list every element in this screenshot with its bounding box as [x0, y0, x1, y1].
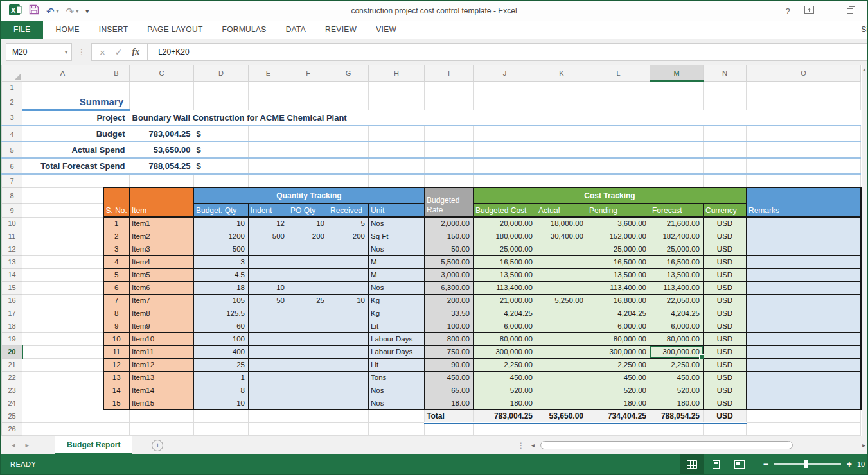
row-header[interactable]: 5 — [2, 142, 22, 158]
cell-forecast[interactable]: 13,500.00 — [650, 268, 704, 281]
cell-sno[interactable]: 5 — [103, 268, 130, 281]
col-header-m-selected[interactable]: M — [650, 65, 704, 81]
cell-unit[interactable]: Nos — [369, 243, 425, 255]
cell-actual[interactable]: 5,250.00 — [536, 294, 587, 307]
cell-actual[interactable]: 30,400.00 — [536, 230, 587, 243]
cell-currency[interactable]: USD — [704, 268, 747, 281]
cell[interactable] — [704, 126, 747, 142]
cell-actual[interactable] — [536, 307, 587, 320]
actual-spend-currency-cell[interactable]: $ — [194, 142, 249, 158]
horizontal-scrollbar[interactable]: ◂ ▸ — [531, 436, 867, 454]
cell-forecast[interactable]: 25,000.00 — [650, 243, 704, 255]
cell-remarks[interactable] — [747, 255, 861, 268]
cell-remarks[interactable] — [747, 397, 861, 410]
cell-budget-qty[interactable]: 105 — [194, 294, 249, 307]
cell-currency[interactable]: USD — [704, 332, 747, 345]
cell[interactable] — [22, 243, 103, 255]
cell-actual[interactable] — [536, 358, 587, 371]
col-header-j[interactable]: J — [474, 65, 536, 81]
header-quantity-tracking[interactable]: Quantity Tracking — [194, 187, 425, 203]
cell-actual[interactable] — [536, 371, 587, 384]
cell-unit[interactable]: Lit — [369, 358, 425, 371]
cell-pending[interactable]: 25,000.00 — [587, 243, 650, 255]
cell-budgeted-rate[interactable]: 750.00 — [425, 345, 474, 358]
cell-budgeted-rate[interactable]: 33.50 — [425, 307, 474, 320]
cell-item[interactable]: Item2 — [130, 230, 194, 243]
forecast-spend-currency-cell[interactable]: $ — [194, 158, 249, 174]
cell-forecast[interactable]: 300,000.00 — [650, 345, 704, 358]
cell[interactable] — [474, 94, 536, 110]
cell[interactable] — [194, 81, 249, 94]
cell[interactable] — [536, 126, 587, 142]
row-header[interactable]: 8 — [2, 187, 22, 203]
cell[interactable] — [369, 81, 425, 94]
cell[interactable] — [288, 126, 328, 142]
cell[interactable] — [536, 81, 587, 94]
header-currency[interactable]: Currency — [704, 203, 747, 217]
cell-forecast[interactable]: 4,204.25 — [650, 307, 704, 320]
cell[interactable] — [328, 422, 369, 435]
row-header[interactable]: 1 — [2, 81, 22, 94]
cell[interactable] — [288, 94, 328, 110]
col-header-a[interactable]: A — [22, 65, 103, 81]
cell-currency[interactable]: USD — [704, 345, 747, 358]
tab-view[interactable]: VIEW — [366, 21, 406, 39]
cell-budget-qty[interactable]: 100 — [194, 332, 249, 345]
cell-indent[interactable] — [249, 358, 288, 371]
col-header-l[interactable]: L — [587, 65, 650, 81]
cell-po-qty[interactable] — [288, 358, 328, 371]
cell-received[interactable] — [328, 243, 369, 255]
cell[interactable] — [650, 158, 704, 174]
cell-budget-qty[interactable]: 18 — [194, 281, 249, 294]
total-forecast-cell[interactable]: 788,054.25 — [650, 410, 704, 422]
cell-indent[interactable]: 10 — [249, 281, 288, 294]
cell[interactable] — [22, 307, 103, 320]
cell[interactable] — [249, 422, 288, 435]
cell-indent[interactable]: 12 — [249, 217, 288, 230]
cell-item[interactable]: Item6 — [130, 281, 194, 294]
header-sno[interactable]: S. No. — [103, 187, 130, 217]
cell-budgeted-rate[interactable]: 90.00 — [425, 358, 474, 371]
cell[interactable] — [22, 230, 103, 243]
cell[interactable] — [747, 81, 861, 94]
cell[interactable] — [536, 94, 587, 110]
cell-pending[interactable]: 152,000.00 — [587, 230, 650, 243]
cell[interactable] — [130, 94, 194, 110]
cell-budget-qty[interactable]: 1200 — [194, 230, 249, 243]
cell-indent[interactable]: 50 — [249, 294, 288, 307]
cell-actual[interactable] — [536, 243, 587, 255]
cell-actual[interactable] — [536, 268, 587, 281]
cell[interactable] — [103, 422, 130, 435]
cell-indent[interactable] — [249, 332, 288, 345]
cell-remarks[interactable] — [747, 345, 861, 358]
cell[interactable] — [288, 158, 328, 174]
cell-budget-qty[interactable]: 3 — [194, 255, 249, 268]
cell[interactable] — [194, 94, 249, 110]
cell[interactable] — [328, 81, 369, 94]
zoom-in-icon[interactable]: + — [847, 459, 852, 469]
cell-unit[interactable]: Nos — [369, 397, 425, 410]
cell-forecast[interactable]: 16,500.00 — [650, 255, 704, 268]
col-header-o[interactable]: O — [747, 65, 861, 81]
cell-budgeted-cost[interactable]: 6,000.00 — [474, 320, 536, 332]
cell-unit[interactable]: M — [369, 268, 425, 281]
cell-indent[interactable] — [249, 255, 288, 268]
page-break-view-button[interactable] — [728, 454, 752, 474]
scroll-right-icon[interactable]: ▸ — [862, 442, 865, 449]
cell-po-qty[interactable]: 25 — [288, 294, 328, 307]
cell-pending[interactable]: 2,250.00 — [587, 358, 650, 371]
cell-budgeted-cost[interactable]: 2,250.00 — [474, 358, 536, 371]
cell[interactable] — [747, 126, 861, 142]
cell-unit[interactable]: Nos — [369, 384, 425, 397]
cell[interactable] — [587, 158, 650, 174]
cell-pending[interactable]: 3,600.00 — [587, 217, 650, 230]
ribbon-options-icon[interactable] — [804, 6, 814, 16]
tab-data[interactable]: DATA — [276, 21, 315, 39]
cell[interactable] — [747, 142, 861, 158]
cell-budgeted-rate[interactable]: 800.00 — [425, 332, 474, 345]
cell[interactable] — [704, 81, 747, 94]
tab-insert[interactable]: INSERT — [89, 21, 138, 39]
cell[interactable] — [22, 217, 103, 230]
cell-item[interactable]: Item13 — [130, 371, 194, 384]
budget-currency-cell[interactable]: $ — [194, 126, 249, 142]
